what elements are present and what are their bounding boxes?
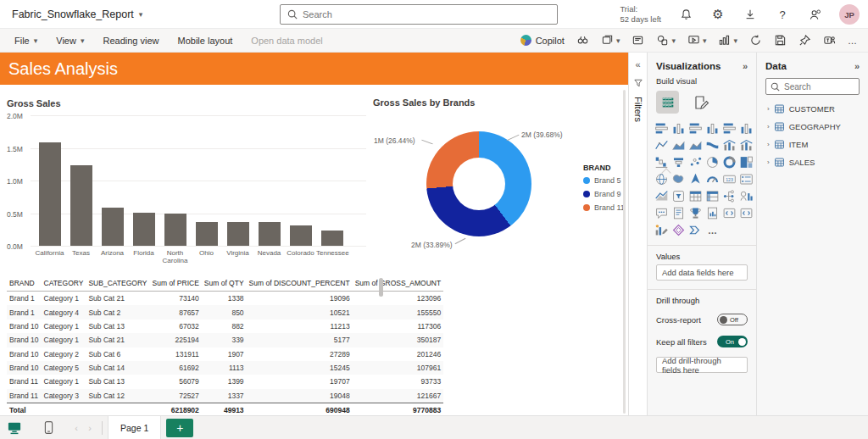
column-header[interactable]: BRAND: [7, 275, 42, 292]
mobile-view-icon[interactable]: [37, 416, 59, 439]
column-header[interactable]: SUB_CATEGORY: [86, 275, 149, 292]
copilot-button[interactable]: Copilot: [520, 35, 565, 46]
azure-map-icon[interactable]: [687, 171, 704, 187]
bar-nevada[interactable]: [259, 222, 281, 246]
bar-virginia[interactable]: [227, 222, 249, 246]
download-icon[interactable]: [743, 7, 758, 22]
stacked-area-chart-icon[interactable]: [687, 137, 704, 153]
chevron-right-icon[interactable]: ›: [767, 141, 770, 148]
table-row[interactable]: Brand 10Category 1Sub Cat 13670328821121…: [7, 320, 443, 333]
page-tab[interactable]: Page 1: [108, 416, 161, 439]
pin-icon[interactable]: [798, 34, 811, 47]
clustered-column-chart-icon[interactable]: [704, 120, 721, 136]
decomposition-tree-icon[interactable]: [721, 188, 737, 204]
clustered-bar-chart-icon[interactable]: [687, 120, 704, 136]
table-row[interactable]: Brand 11Category 1Sub Cat 13560791399197…: [7, 375, 443, 388]
table-row[interactable]: Brand 10Category 5Sub Cat 14616921113152…: [7, 361, 443, 375]
global-search[interactable]: [280, 4, 558, 25]
qna-visual-icon[interactable]: [654, 205, 670, 221]
table-icon[interactable]: [687, 188, 704, 204]
more-options-icon[interactable]: …: [848, 36, 858, 46]
data-table-item[interactable]: ›ITEM: [757, 136, 868, 153]
format-visual-icon[interactable]: [693, 94, 709, 111]
legend-item-brand-11[interactable]: Brand 11: [583, 203, 625, 212]
funnel-chart-icon[interactable]: [670, 154, 687, 170]
bar-tennessee[interactable]: [321, 231, 343, 246]
script-visual-icon[interactable]: [721, 205, 737, 221]
menu-item-mobile-layout[interactable]: Mobile layout: [170, 32, 241, 49]
column-header[interactable]: Sum of GROSS_AMOUNT: [353, 275, 444, 292]
help-icon[interactable]: ?: [775, 7, 790, 22]
pie-chart-icon[interactable]: [704, 154, 721, 170]
teams-icon[interactable]: [823, 34, 836, 47]
multi-row-card-icon[interactable]: [738, 171, 754, 187]
100-stacked-bar-chart-icon[interactable]: [721, 120, 737, 136]
matrix-icon[interactable]: [704, 188, 721, 204]
stacked-column-chart-icon[interactable]: [670, 120, 687, 136]
add-page-button[interactable]: +: [166, 419, 193, 437]
legend-item-brand-9[interactable]: Brand 9: [583, 190, 625, 198]
cross-report-toggle[interactable]: Off: [717, 314, 748, 325]
r-script-visual-icon[interactable]: [738, 205, 754, 221]
100-stacked-column-chart-icon[interactable]: [738, 120, 754, 136]
save-icon[interactable]: [774, 34, 787, 47]
slicer-icon[interactable]: [670, 188, 687, 204]
line-chart-icon[interactable]: [654, 137, 670, 153]
report-name-menu[interactable]: Fabric_Snowflake_Report ▾: [12, 8, 142, 20]
scatter-chart-icon[interactable]: [687, 154, 704, 170]
line-clustered-column-chart-icon[interactable]: [738, 137, 754, 153]
present-icon[interactable]: ▾: [687, 34, 707, 47]
next-page-icon[interactable]: ›: [83, 423, 97, 433]
metrics-icon[interactable]: [687, 205, 704, 221]
card-icon[interactable]: 123: [721, 171, 737, 187]
stacked-bar-chart-icon[interactable]: [654, 120, 670, 136]
column-header[interactable]: Sum of QTY: [202, 275, 247, 292]
donut-chart[interactable]: [426, 131, 531, 236]
bar-colorado[interactable]: [290, 225, 312, 246]
bar-chart[interactable]: 0.0M0.5M1.0M1.5M2.0MCaliforniaTexasArizo…: [31, 115, 366, 246]
bar-florida[interactable]: [133, 213, 155, 246]
new-visual-icon[interactable]: ▾: [718, 34, 737, 47]
line-stacked-column-chart-icon[interactable]: [721, 137, 737, 153]
bar-arizona[interactable]: [102, 208, 124, 246]
python-visual-icon[interactable]: [654, 222, 670, 238]
paginated-report-icon[interactable]: [704, 205, 721, 221]
filled-map-icon[interactable]: [670, 171, 687, 187]
donut-chart-icon[interactable]: [721, 154, 737, 170]
power-automate-icon[interactable]: [687, 222, 704, 238]
table-scrollbar[interactable]: [379, 278, 383, 297]
kpi-icon[interactable]: [654, 188, 670, 204]
smart-narrative-icon[interactable]: [670, 205, 687, 221]
bar-texas[interactable]: [70, 165, 92, 246]
menu-item-file[interactable]: File▾: [7, 32, 45, 49]
build-visual-selected-icon[interactable]: [656, 91, 679, 114]
area-chart-icon[interactable]: [670, 137, 687, 153]
more-visuals-icon[interactable]: …: [704, 222, 721, 238]
keep-all-filters-toggle[interactable]: On: [717, 336, 748, 347]
table-row[interactable]: Brand 10Category 2Sub Cat 61319111907272…: [7, 347, 443, 361]
gauge-icon[interactable]: [704, 171, 721, 187]
table-row[interactable]: Brand 1Category 4Sub Cat 287657850105211…: [7, 305, 443, 319]
bar-north-carolina[interactable]: [164, 214, 186, 247]
column-header[interactable]: Sum of DISCOUNT_PERCENT: [247, 275, 353, 292]
refresh-icon[interactable]: [749, 34, 762, 47]
notifications-icon[interactable]: [678, 7, 693, 22]
filter-funnel-icon[interactable]: [633, 78, 643, 88]
search-input[interactable]: [303, 9, 550, 19]
filters-pane-label[interactable]: Filters: [633, 97, 643, 122]
drill-through-field-well[interactable]: Add drill-through fields here: [656, 357, 748, 373]
shapes-icon[interactable]: ▾: [656, 34, 676, 47]
values-field-well[interactable]: Add data fields here: [656, 264, 748, 281]
key-influencers-icon[interactable]: [738, 188, 754, 204]
collapse-pane-icon[interactable]: »: [743, 61, 748, 71]
desktop-view-icon[interactable]: [3, 416, 25, 439]
power-apps-icon[interactable]: [670, 222, 687, 238]
data-search[interactable]: [765, 78, 860, 95]
chevron-right-icon[interactable]: ›: [767, 158, 770, 166]
settings-icon[interactable]: ⚙: [710, 7, 726, 22]
data-search-input[interactable]: [784, 82, 852, 92]
waterfall-chart-icon[interactable]: [654, 154, 670, 170]
table-row[interactable]: Brand 10Category 1Sub Cat 21225194339517…: [7, 333, 443, 347]
treemap-icon[interactable]: [738, 154, 754, 170]
prev-page-icon[interactable]: ‹: [70, 423, 83, 433]
